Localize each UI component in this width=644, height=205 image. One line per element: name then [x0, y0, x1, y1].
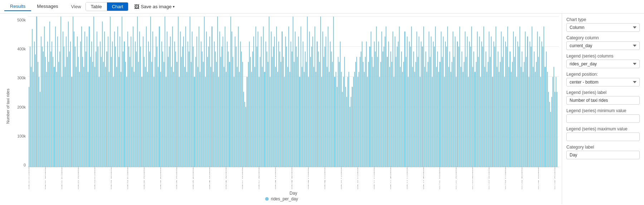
x-label [36, 167, 37, 189]
x-label [223, 167, 223, 189]
bar [379, 77, 380, 167]
bar [272, 57, 273, 167]
bar [115, 46, 116, 167]
view-controls: View Table Chart 🖼 Save as image ▾ [71, 2, 178, 11]
x-label [362, 167, 362, 189]
bar [542, 46, 543, 167]
x-label [462, 167, 462, 189]
x-label [33, 167, 34, 189]
main-content: Number of taxi rides 500k 400k 300k 200k… [0, 14, 644, 204]
x-label [302, 167, 302, 189]
bar [453, 31, 453, 167]
bar [283, 57, 284, 167]
bar [111, 57, 112, 167]
x-label [134, 167, 135, 189]
bar [317, 41, 317, 167]
bar [450, 72, 451, 167]
bar [134, 72, 135, 167]
legend-series-select[interactable]: rides_per_day [566, 60, 640, 68]
x-label [486, 167, 486, 189]
x-label [330, 167, 331, 189]
bar [91, 41, 92, 167]
bar [223, 36, 223, 167]
x-label: 2017-02-24T00:00... [489, 167, 489, 189]
series-max-input[interactable] [566, 132, 640, 141]
bar [527, 36, 528, 167]
bar [78, 57, 79, 167]
x-label [436, 167, 437, 189]
bar [466, 57, 467, 167]
legend-position-select[interactable]: center - bottom center - top left - cent… [566, 78, 640, 86]
x-label [255, 167, 256, 189]
bar [47, 41, 48, 167]
chart-type-select[interactable]: Column Bar Line Scatter Pie [566, 23, 640, 32]
save-btn-label: Save as image [141, 4, 171, 9]
x-label [204, 167, 205, 189]
series-label-input[interactable] [566, 96, 640, 105]
bar [508, 67, 509, 167]
x-label [445, 167, 446, 189]
bar [248, 62, 249, 167]
bar [326, 36, 326, 167]
x-label [450, 167, 451, 189]
bar [447, 26, 448, 167]
series-max-group: Legend (series) maximum value [566, 126, 640, 141]
bar [322, 31, 323, 167]
x-label [96, 167, 96, 189]
x-label [286, 167, 287, 189]
bar [294, 62, 294, 167]
x-label: 2016-03-01T00:00... [94, 167, 95, 189]
x-label [73, 167, 73, 189]
x-label [230, 167, 231, 189]
bar [341, 72, 342, 167]
category-column-select[interactable]: current_day [566, 41, 640, 50]
y-tick-0: 0 [24, 163, 26, 167]
bar [473, 51, 474, 167]
bar [361, 51, 361, 167]
x-label [267, 167, 267, 189]
chart-type-group: Chart type Column Bar Line Scatter Pie [566, 17, 640, 32]
x-label [488, 167, 488, 189]
x-label: 2016-01-31T00:00... [62, 167, 62, 189]
bar [52, 41, 52, 167]
x-label [523, 167, 523, 189]
bar [74, 31, 74, 167]
bar [384, 46, 384, 167]
bar [135, 41, 136, 167]
chart-view-button[interactable]: Chart [107, 2, 128, 11]
bar [308, 77, 309, 167]
bar [521, 67, 521, 167]
tab-results[interactable]: Results [4, 2, 31, 11]
x-label [408, 167, 409, 189]
bar [364, 72, 365, 167]
bar [363, 62, 364, 167]
bar [202, 51, 203, 167]
bar [533, 67, 533, 167]
save-as-image-button[interactable]: 🖼 Save as image ▾ [131, 2, 177, 11]
chart-area: Number of taxi rides 500k 400k 300k 200k… [0, 14, 562, 204]
bar [137, 16, 138, 167]
x-label [354, 167, 355, 189]
x-label [533, 167, 533, 189]
bar [149, 51, 150, 167]
bar [476, 62, 477, 167]
x-label [86, 167, 86, 189]
bar [411, 26, 412, 167]
bar [267, 51, 267, 167]
x-label [136, 167, 137, 189]
series-min-input[interactable] [566, 114, 640, 123]
bar [50, 51, 51, 167]
x-label [231, 167, 232, 189]
x-label [277, 167, 278, 189]
tab-messages[interactable]: Messages [31, 2, 64, 11]
bar [332, 62, 333, 167]
bar [76, 67, 77, 167]
x-label [283, 167, 284, 189]
bar [182, 46, 183, 167]
bar [168, 57, 169, 167]
category-label-input[interactable] [566, 151, 640, 159]
table-view-button[interactable]: Table [86, 2, 107, 11]
x-label: 2016-06-29T00:00... [226, 167, 226, 189]
x-label [431, 167, 431, 189]
x-label: 2016-07-29T00:00... [259, 167, 259, 189]
